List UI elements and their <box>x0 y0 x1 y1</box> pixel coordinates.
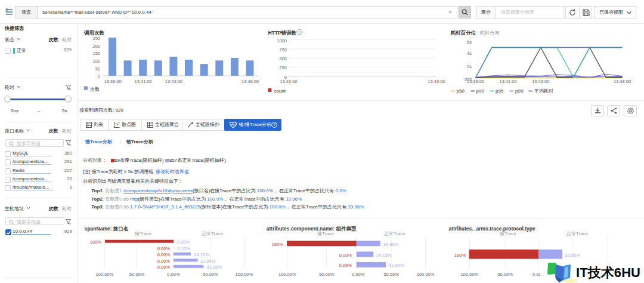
svg-text:0.00%: 0.00% <box>339 263 352 268</box>
svg-text:50.00%: 50.00% <box>129 272 145 277</box>
svg-text:41.89%: 41.89% <box>207 264 222 270</box>
svg-text:13:40:00: 13:40:00 <box>280 79 297 84</box>
svg-text:0.00%: 0.00% <box>339 253 352 258</box>
svg-text:13:43:00: 13:43:00 <box>532 79 549 84</box>
svg-text:p90: p90 <box>476 88 485 94</box>
svg-text:33.84%: 33.84% <box>200 259 216 264</box>
svg-text:0.00%: 0.00% <box>167 272 180 277</box>
svg-text:50.00%: 50.00% <box>319 272 335 277</box>
svg-text:HTTP错误数: HTTP错误数 <box>268 30 296 36</box>
svg-text:100.00%: 100.00% <box>417 272 435 277</box>
svg-text:4s: 4s <box>467 51 472 56</box>
svg-text:500: 500 <box>279 56 287 61</box>
svg-text:100: 100 <box>92 59 100 64</box>
svg-text:100%: 100% <box>454 253 466 258</box>
svg-text:?: ? <box>298 30 301 35</box>
svg-text:13:41:00: 13:41:00 <box>499 79 516 84</box>
svg-text:200: 200 <box>92 44 100 49</box>
svg-text:250: 250 <box>279 65 287 70</box>
svg-text:13:43:00: 13:43:00 <box>165 79 182 84</box>
svg-text:0.00%: 0.00% <box>352 272 365 277</box>
svg-text:13:41:00: 13:41:00 <box>135 79 152 84</box>
svg-text:150: 150 <box>92 51 100 56</box>
svg-text:50.00%: 50.00% <box>497 272 513 277</box>
svg-text:次数: 次数 <box>90 87 100 92</box>
svg-text:750: 750 <box>279 47 287 53</box>
svg-text:2s: 2s <box>467 64 472 69</box>
svg-text:p99: p99 <box>515 88 524 94</box>
svg-text:13:39:00: 13:39:00 <box>104 79 121 84</box>
svg-text:250: 250 <box>92 36 100 41</box>
svg-text:IT技术6HU: IT技术6HU <box>576 265 640 280</box>
svg-text:0.12%: 0.12% <box>178 246 191 251</box>
svg-text:13:39:00: 13:39:00 <box>467 79 484 84</box>
svg-text:100%: 100% <box>90 239 102 245</box>
svg-text:100.00%: 100.00% <box>460 272 478 277</box>
svg-text:0: 0 <box>98 73 100 79</box>
svg-text:慢Trace: 慢Trace <box>317 231 335 236</box>
svg-text:?: ? <box>273 122 275 127</box>
svg-text:100.00%: 100.00% <box>96 272 114 277</box>
svg-text:33.96%: 33.96% <box>383 242 399 247</box>
svg-text:50.00%: 50.00% <box>203 272 218 277</box>
svg-text:13:48:00: 13:48:00 <box>614 79 631 84</box>
svg-text:p95: p95 <box>496 88 504 94</box>
svg-text:100%: 100% <box>272 242 284 247</box>
svg-text:13:49:00: 13:49:00 <box>428 79 445 84</box>
svg-text:慢Trace: 慢Trace <box>499 231 517 236</box>
svg-text:正常Trace: 正常Trace <box>202 231 224 236</box>
svg-text:count: count <box>274 88 286 94</box>
svg-text:0.00%: 0.00% <box>177 239 190 245</box>
svg-text:调用次数: 调用次数 <box>83 30 105 36</box>
svg-text:0.00%: 0.00% <box>157 264 171 270</box>
svg-text:attributes._arms.trace.protoco: attributes._arms.trace.protocol.type <box>449 226 535 232</box>
svg-text:1000: 1000 <box>277 38 287 44</box>
svg-text:50: 50 <box>95 66 100 72</box>
svg-text:p50: p50 <box>457 88 465 94</box>
svg-text:spanName: 接口名: spanName: 接口名 <box>85 226 129 232</box>
svg-text:0.00%: 0.00% <box>157 246 171 251</box>
svg-text:耗时分布: 耗时分布 <box>479 30 500 36</box>
svg-text:0.00%: 0.00% <box>157 259 171 264</box>
svg-text:24.15%: 24.15% <box>194 252 209 257</box>
svg-text:|: | <box>476 30 478 36</box>
svg-text:正常Trace: 正常Trace <box>566 231 589 236</box>
svg-text:6s: 6s <box>467 39 472 45</box>
svg-text:平均耗时: 平均耗时 <box>534 88 553 94</box>
svg-text:正常Trace: 正常Trace <box>384 231 406 236</box>
svg-text:24.15%: 24.15% <box>376 253 392 258</box>
svg-text:13:48:00: 13:48:00 <box>242 79 259 84</box>
svg-text:100.00%: 100.00% <box>236 272 253 277</box>
svg-text:50.00%: 50.00% <box>383 272 399 277</box>
svg-text:attributes.component.name: 组件类: attributes.component.name: 组件类型 <box>267 226 357 232</box>
svg-text:41.89%: 41.89% <box>389 263 404 268</box>
svg-text:耗时百分位: 耗时百分位 <box>450 30 476 36</box>
svg-text:0.00%: 0.00% <box>157 252 171 257</box>
svg-text:慢Trace: 慢Trace <box>134 231 152 236</box>
svg-text:100.00%: 100.00% <box>278 272 296 277</box>
